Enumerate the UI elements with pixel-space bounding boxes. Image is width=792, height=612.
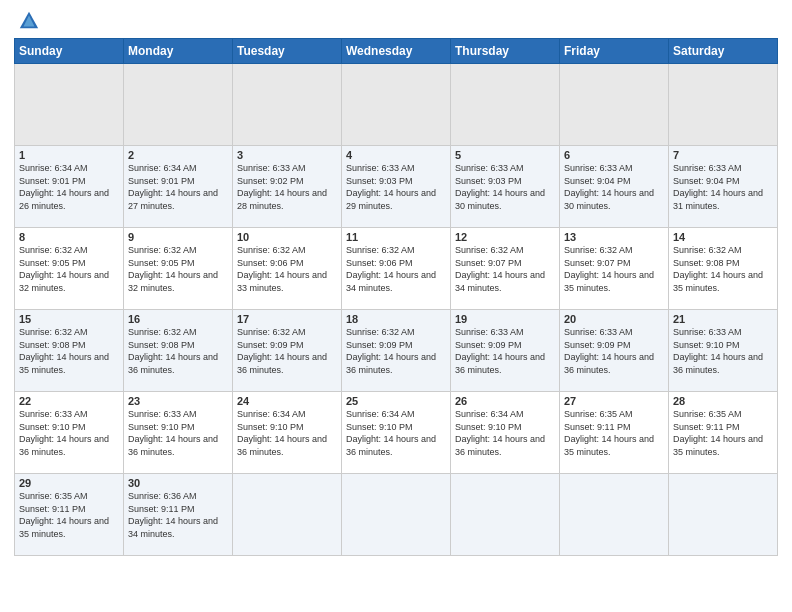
day-number: 27	[564, 395, 664, 407]
day-info: Sunrise: 6:35 AMSunset: 9:11 PMDaylight:…	[19, 490, 119, 540]
day-info: Sunrise: 6:33 AMSunset: 9:02 PMDaylight:…	[237, 162, 337, 212]
day-number: 16	[128, 313, 228, 325]
day-number: 1	[19, 149, 119, 161]
calendar-cell	[342, 474, 451, 556]
calendar-cell: 14Sunrise: 6:32 AMSunset: 9:08 PMDayligh…	[669, 228, 778, 310]
day-number: 15	[19, 313, 119, 325]
day-info: Sunrise: 6:32 AMSunset: 9:06 PMDaylight:…	[237, 244, 337, 294]
day-number: 30	[128, 477, 228, 489]
day-header-wednesday: Wednesday	[342, 39, 451, 64]
calendar-cell: 8Sunrise: 6:32 AMSunset: 9:05 PMDaylight…	[15, 228, 124, 310]
calendar-cell: 1Sunrise: 6:34 AMSunset: 9:01 PMDaylight…	[15, 146, 124, 228]
calendar-cell: 26Sunrise: 6:34 AMSunset: 9:10 PMDayligh…	[451, 392, 560, 474]
calendar-cell	[451, 474, 560, 556]
day-info: Sunrise: 6:33 AMSunset: 9:09 PMDaylight:…	[455, 326, 555, 376]
day-number: 22	[19, 395, 119, 407]
day-info: Sunrise: 6:32 AMSunset: 9:05 PMDaylight:…	[19, 244, 119, 294]
calendar-cell: 10Sunrise: 6:32 AMSunset: 9:06 PMDayligh…	[233, 228, 342, 310]
day-number: 13	[564, 231, 664, 243]
calendar-cell: 13Sunrise: 6:32 AMSunset: 9:07 PMDayligh…	[560, 228, 669, 310]
day-info: Sunrise: 6:36 AMSunset: 9:11 PMDaylight:…	[128, 490, 228, 540]
calendar-cell: 11Sunrise: 6:32 AMSunset: 9:06 PMDayligh…	[342, 228, 451, 310]
week-row-0	[15, 64, 778, 146]
day-number: 19	[455, 313, 555, 325]
day-number: 28	[673, 395, 773, 407]
calendar-cell	[451, 64, 560, 146]
day-header-tuesday: Tuesday	[233, 39, 342, 64]
day-info: Sunrise: 6:32 AMSunset: 9:07 PMDaylight:…	[564, 244, 664, 294]
page: SundayMondayTuesdayWednesdayThursdayFrid…	[0, 0, 792, 612]
calendar-cell	[560, 64, 669, 146]
day-number: 8	[19, 231, 119, 243]
day-number: 3	[237, 149, 337, 161]
day-header-sunday: Sunday	[15, 39, 124, 64]
calendar-cell	[669, 474, 778, 556]
calendar-cell: 2Sunrise: 6:34 AMSunset: 9:01 PMDaylight…	[124, 146, 233, 228]
day-info: Sunrise: 6:33 AMSunset: 9:04 PMDaylight:…	[564, 162, 664, 212]
day-number: 9	[128, 231, 228, 243]
calendar-cell: 16Sunrise: 6:32 AMSunset: 9:08 PMDayligh…	[124, 310, 233, 392]
calendar-cell: 27Sunrise: 6:35 AMSunset: 9:11 PMDayligh…	[560, 392, 669, 474]
calendar-cell: 30Sunrise: 6:36 AMSunset: 9:11 PMDayligh…	[124, 474, 233, 556]
day-number: 21	[673, 313, 773, 325]
calendar-cell: 4Sunrise: 6:33 AMSunset: 9:03 PMDaylight…	[342, 146, 451, 228]
day-info: Sunrise: 6:33 AMSunset: 9:09 PMDaylight:…	[564, 326, 664, 376]
day-info: Sunrise: 6:33 AMSunset: 9:04 PMDaylight:…	[673, 162, 773, 212]
day-number: 29	[19, 477, 119, 489]
calendar-cell	[669, 64, 778, 146]
calendar-cell: 6Sunrise: 6:33 AMSunset: 9:04 PMDaylight…	[560, 146, 669, 228]
day-info: Sunrise: 6:35 AMSunset: 9:11 PMDaylight:…	[673, 408, 773, 458]
calendar-cell: 17Sunrise: 6:32 AMSunset: 9:09 PMDayligh…	[233, 310, 342, 392]
day-info: Sunrise: 6:32 AMSunset: 9:06 PMDaylight:…	[346, 244, 446, 294]
day-info: Sunrise: 6:34 AMSunset: 9:10 PMDaylight:…	[237, 408, 337, 458]
day-info: Sunrise: 6:34 AMSunset: 9:10 PMDaylight:…	[455, 408, 555, 458]
calendar-cell: 5Sunrise: 6:33 AMSunset: 9:03 PMDaylight…	[451, 146, 560, 228]
day-number: 20	[564, 313, 664, 325]
day-info: Sunrise: 6:32 AMSunset: 9:08 PMDaylight:…	[128, 326, 228, 376]
calendar-cell: 21Sunrise: 6:33 AMSunset: 9:10 PMDayligh…	[669, 310, 778, 392]
week-row-5: 29Sunrise: 6:35 AMSunset: 9:11 PMDayligh…	[15, 474, 778, 556]
day-number: 5	[455, 149, 555, 161]
day-number: 23	[128, 395, 228, 407]
week-row-1: 1Sunrise: 6:34 AMSunset: 9:01 PMDaylight…	[15, 146, 778, 228]
day-number: 10	[237, 231, 337, 243]
day-number: 12	[455, 231, 555, 243]
calendar-cell	[233, 64, 342, 146]
calendar-cell: 19Sunrise: 6:33 AMSunset: 9:09 PMDayligh…	[451, 310, 560, 392]
day-number: 17	[237, 313, 337, 325]
calendar-cell: 20Sunrise: 6:33 AMSunset: 9:09 PMDayligh…	[560, 310, 669, 392]
calendar-cell: 18Sunrise: 6:32 AMSunset: 9:09 PMDayligh…	[342, 310, 451, 392]
day-number: 26	[455, 395, 555, 407]
calendar-cell: 23Sunrise: 6:33 AMSunset: 9:10 PMDayligh…	[124, 392, 233, 474]
calendar-cell: 3Sunrise: 6:33 AMSunset: 9:02 PMDaylight…	[233, 146, 342, 228]
logo-area	[14, 10, 40, 32]
day-number: 18	[346, 313, 446, 325]
day-info: Sunrise: 6:32 AMSunset: 9:08 PMDaylight:…	[19, 326, 119, 376]
calendar-table: SundayMondayTuesdayWednesdayThursdayFrid…	[14, 38, 778, 556]
day-info: Sunrise: 6:32 AMSunset: 9:09 PMDaylight:…	[237, 326, 337, 376]
day-header-thursday: Thursday	[451, 39, 560, 64]
calendar-cell: 7Sunrise: 6:33 AMSunset: 9:04 PMDaylight…	[669, 146, 778, 228]
day-header-saturday: Saturday	[669, 39, 778, 64]
calendar-cell: 24Sunrise: 6:34 AMSunset: 9:10 PMDayligh…	[233, 392, 342, 474]
calendar-cell	[15, 64, 124, 146]
calendar-cell: 28Sunrise: 6:35 AMSunset: 9:11 PMDayligh…	[669, 392, 778, 474]
day-number: 25	[346, 395, 446, 407]
week-row-3: 15Sunrise: 6:32 AMSunset: 9:08 PMDayligh…	[15, 310, 778, 392]
day-info: Sunrise: 6:32 AMSunset: 9:08 PMDaylight:…	[673, 244, 773, 294]
day-info: Sunrise: 6:34 AMSunset: 9:01 PMDaylight:…	[19, 162, 119, 212]
header	[14, 10, 778, 32]
day-info: Sunrise: 6:33 AMSunset: 9:03 PMDaylight:…	[455, 162, 555, 212]
day-number: 7	[673, 149, 773, 161]
day-info: Sunrise: 6:34 AMSunset: 9:01 PMDaylight:…	[128, 162, 228, 212]
day-header-monday: Monday	[124, 39, 233, 64]
day-info: Sunrise: 6:35 AMSunset: 9:11 PMDaylight:…	[564, 408, 664, 458]
day-number: 24	[237, 395, 337, 407]
calendar-cell	[560, 474, 669, 556]
calendar-cell	[124, 64, 233, 146]
calendar-cell: 9Sunrise: 6:32 AMSunset: 9:05 PMDaylight…	[124, 228, 233, 310]
calendar-cell: 12Sunrise: 6:32 AMSunset: 9:07 PMDayligh…	[451, 228, 560, 310]
logo	[14, 10, 40, 32]
day-number: 4	[346, 149, 446, 161]
calendar-cell: 29Sunrise: 6:35 AMSunset: 9:11 PMDayligh…	[15, 474, 124, 556]
